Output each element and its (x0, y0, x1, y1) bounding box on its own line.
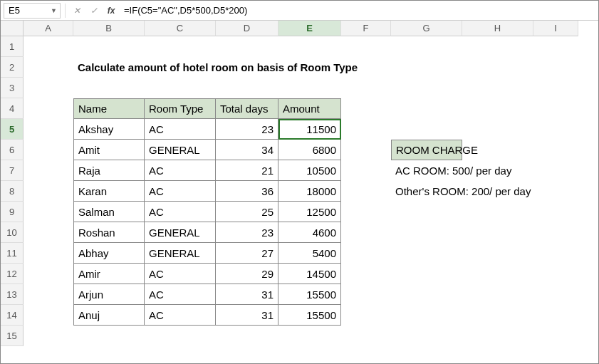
cell-C4[interactable]: Room Type (145, 98, 216, 119)
cell-B6[interactable]: Amit (73, 140, 145, 160)
col-head-G[interactable]: G (391, 21, 462, 36)
cell-A10[interactable] (24, 222, 73, 243)
cell-A1[interactable] (24, 36, 73, 57)
cell-G12[interactable] (391, 264, 462, 284)
row-head-14[interactable]: 14 (1, 305, 24, 326)
cell-D6[interactable]: 34 (216, 140, 278, 160)
cell-F9[interactable] (341, 202, 391, 222)
cell-C15[interactable] (145, 326, 216, 346)
cell-C1[interactable] (145, 36, 216, 57)
name-box[interactable]: E5 ▼ (4, 3, 61, 19)
cell-F15[interactable] (341, 326, 391, 346)
cell-D9[interactable]: 25 (216, 202, 278, 222)
cell-G7[interactable]: AC ROOM: 500/ per day (391, 160, 462, 181)
cell-H15[interactable] (462, 326, 533, 346)
cell-I11[interactable] (533, 243, 578, 264)
col-head-A[interactable]: A (24, 21, 73, 36)
col-head-D[interactable]: D (216, 21, 278, 36)
cell-H9[interactable] (462, 202, 533, 222)
cell-C2[interactable] (145, 57, 216, 78)
cell-C8[interactable]: AC (145, 181, 216, 202)
cell-G2[interactable] (391, 57, 462, 78)
cell-H8[interactable] (462, 181, 533, 202)
cell-B8[interactable]: Karan (73, 181, 145, 202)
select-all-corner[interactable] (1, 21, 24, 36)
cell-H14[interactable] (462, 305, 533, 326)
cell-B5[interactable]: Akshay (73, 119, 145, 140)
col-head-E[interactable]: E (278, 21, 341, 36)
row-head-5[interactable]: 5 (1, 119, 24, 140)
cell-G11[interactable] (391, 243, 462, 264)
row-head-8[interactable]: 8 (1, 181, 24, 202)
cell-E2[interactable] (278, 57, 341, 78)
cell-E9[interactable]: 12500 (278, 202, 341, 222)
cell-A5[interactable] (24, 119, 73, 140)
row-head-1[interactable]: 1 (1, 36, 24, 57)
cell-G8[interactable]: Other's ROOM: 200/ per day (391, 181, 462, 202)
cell-C14[interactable]: AC (145, 305, 216, 326)
cell-C9[interactable]: AC (145, 202, 216, 222)
cell-E7[interactable]: 10500 (278, 160, 341, 181)
cell-F8[interactable] (341, 181, 391, 202)
cell-F3[interactable] (341, 78, 391, 98)
cell-C3[interactable] (145, 78, 216, 98)
cell-A3[interactable] (24, 78, 73, 98)
cell-I4[interactable] (533, 98, 578, 119)
cell-B11[interactable]: Abhay (73, 243, 145, 264)
cell-F11[interactable] (341, 243, 391, 264)
cell-F6[interactable] (341, 140, 391, 160)
cell-B7[interactable]: Raja (73, 160, 145, 181)
cell-D14[interactable]: 31 (216, 305, 278, 326)
cell-B4[interactable]: Name (73, 98, 145, 119)
row-head-7[interactable]: 7 (1, 160, 24, 181)
cell-E1[interactable] (278, 36, 341, 57)
fx-icon[interactable]: fx (104, 4, 118, 18)
cell-B9[interactable]: Salman (73, 202, 145, 222)
row-head-13[interactable]: 13 (1, 284, 24, 305)
cell-G13[interactable] (391, 284, 462, 305)
row-head-15[interactable]: 15 (1, 326, 24, 346)
cell-D2[interactable] (216, 57, 278, 78)
cell-E15[interactable] (278, 326, 341, 346)
cell-D15[interactable] (216, 326, 278, 346)
cell-A2[interactable] (24, 57, 73, 78)
cell-G6[interactable]: ROOM CHARGE (391, 140, 462, 160)
cell-C7[interactable]: AC (145, 160, 216, 181)
cell-G9[interactable] (391, 202, 462, 222)
cell-G4[interactable] (391, 98, 462, 119)
cell-D13[interactable]: 31 (216, 284, 278, 305)
cell-E11[interactable]: 5400 (278, 243, 341, 264)
cell-A13[interactable] (24, 284, 73, 305)
cell-E10[interactable]: 4600 (278, 222, 341, 243)
row-head-10[interactable]: 10 (1, 222, 24, 243)
cell-C11[interactable]: GENERAL (145, 243, 216, 264)
cell-G14[interactable] (391, 305, 462, 326)
cell-A6[interactable] (24, 140, 73, 160)
cell-I9[interactable] (533, 202, 578, 222)
cell-H1[interactable] (462, 36, 533, 57)
row-head-11[interactable]: 11 (1, 243, 24, 264)
cell-I6[interactable] (533, 140, 578, 160)
cell-D3[interactable] (216, 78, 278, 98)
cell-F12[interactable] (341, 264, 391, 284)
cell-B2[interactable]: Calculate amount of hotel room on basis … (73, 57, 145, 78)
cell-F5[interactable] (341, 119, 391, 140)
cell-D12[interactable]: 29 (216, 264, 278, 284)
cell-F13[interactable] (341, 284, 391, 305)
chevron-down-icon[interactable]: ▼ (51, 7, 57, 14)
cell-I14[interactable] (533, 305, 578, 326)
cell-C5[interactable]: AC (145, 119, 216, 140)
cell-D7[interactable]: 21 (216, 160, 278, 181)
col-head-C[interactable]: C (145, 21, 216, 36)
cell-E3[interactable] (278, 78, 341, 98)
cell-H12[interactable] (462, 264, 533, 284)
cell-H5[interactable] (462, 119, 533, 140)
cell-A14[interactable] (24, 305, 73, 326)
cell-I10[interactable] (533, 222, 578, 243)
cell-I7[interactable] (533, 160, 578, 181)
cell-G3[interactable] (391, 78, 462, 98)
cell-H11[interactable] (462, 243, 533, 264)
cell-A9[interactable] (24, 202, 73, 222)
cell-I3[interactable] (533, 78, 578, 98)
cell-B12[interactable]: Amir (73, 264, 145, 284)
